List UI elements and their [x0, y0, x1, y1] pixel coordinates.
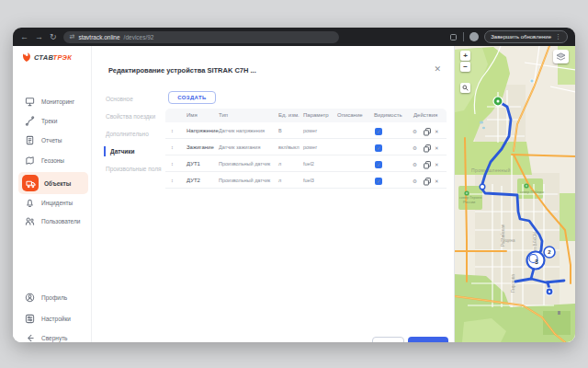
settings-icon — [25, 314, 35, 324]
sidebar-item-tracks[interactable]: Треки — [18, 113, 88, 129]
gear-icon[interactable]: ⚙ — [413, 161, 417, 169]
route-end-marker-dot — [548, 291, 550, 293]
drag-handle-icon[interactable]: ↕ — [171, 128, 174, 133]
map-street-label: Российская — [500, 224, 505, 247]
map-park-pobedy — [517, 178, 543, 199]
save-button[interactable]: СОХРАНИТЬ — [408, 337, 448, 342]
sidebar-item-users[interactable]: Пользователи — [18, 213, 88, 229]
browser-reload-icon[interactable]: ↻ — [50, 33, 57, 41]
sidebar-item-reports[interactable]: Отчеты — [18, 132, 88, 148]
copy-icon[interactable] — [424, 161, 431, 170]
browser-forward-icon[interactable]: → — [35, 33, 43, 41]
tab-sensors[interactable]: Датчики — [104, 146, 134, 156]
kebab-menu-icon[interactable]: ⋮ — [555, 33, 561, 40]
map-canvas[interactable]: Промышленный сквер Победы сквер Героев Р… — [455, 46, 575, 342]
modal-title: Редактирование устройства SITRAK C7H ... — [108, 66, 256, 75]
map-panel[interactable]: Промышленный сквер Победы сквер Героев Р… — [454, 46, 575, 342]
map-search-button[interactable] — [460, 83, 470, 93]
browser-chrome: ← → ↻ ⇄ stavtrack.online/devices/92 Заве… — [13, 28, 575, 46]
app-logo[interactable]: СТАВТРЭК — [21, 52, 72, 63]
visibility-checkbox[interactable]: ✓ — [375, 178, 382, 185]
edit-device-modal: Редактирование устройства SITRAK C7H ...… — [92, 46, 454, 342]
browser-back-icon[interactable]: ← — [20, 33, 28, 41]
gear-icon[interactable]: ⚙ — [413, 178, 417, 186]
browser-window: ← → ↻ ⇄ stavtrack.online/devices/92 Заве… — [13, 28, 575, 342]
tab-custom-fields[interactable]: Произвольные поля — [106, 164, 162, 174]
map-district-label: Промышленный — [471, 167, 511, 173]
sidebar-item-settings[interactable]: Настройки — [18, 311, 88, 327]
chrome-divider — [463, 32, 464, 41]
cancel-button[interactable]: ОТМЕНИТЬ — [372, 337, 404, 342]
drag-handle-icon[interactable]: ↕ — [171, 144, 174, 150]
park-tree-icon-dot — [466, 192, 468, 194]
app-page: СТАВТРЭК Мониторинг Треки Отчеты Геозоны — [13, 46, 575, 342]
delete-icon[interactable]: ✕ — [435, 144, 439, 153]
delete-icon[interactable]: ✕ — [435, 161, 439, 169]
map-zoom-in-button[interactable]: + — [460, 51, 470, 61]
url-path: /devices/92 — [124, 34, 154, 40]
gear-icon[interactable]: ⚙ — [413, 128, 417, 136]
finish-update-button[interactable]: Завершить обновление ⋮ — [484, 30, 568, 43]
sidebar-item-monitoring[interactable]: Мониторинг — [18, 94, 88, 109]
site-info-icon[interactable]: ⇄ — [70, 33, 75, 40]
drag-handle-icon[interactable]: ↕ — [171, 161, 174, 167]
sidebar-item-collapse[interactable]: Свернуть — [18, 330, 88, 342]
tab-additional[interactable]: Дополнительно — [106, 129, 149, 139]
logo-text: СТАВТРЭК — [34, 53, 72, 62]
logo-flame-icon — [21, 52, 32, 63]
sensors-table: Имя Тип Ед. изм. Параметр Описание Видим… — [165, 109, 447, 189]
map-street-label: Пирогова — [511, 274, 515, 293]
reports-icon — [25, 135, 35, 145]
table-header: Имя Тип Ед. изм. Параметр Описание Видим… — [165, 109, 447, 122]
gear-icon[interactable]: ⚙ — [413, 144, 417, 153]
drag-handle-icon[interactable]: ↕ — [171, 178, 174, 183]
search-icon — [462, 85, 469, 91]
sidebar: СТАВТРЭК Мониторинг Треки Отчеты Геозоны — [13, 46, 92, 342]
sidebar-item-incidents[interactable]: Инциденты — [18, 195, 88, 211]
sidebar-item-profile[interactable]: Профиль — [18, 290, 88, 305]
route-start-marker-dot — [497, 100, 500, 103]
copy-icon[interactable] — [424, 128, 431, 137]
copy-icon[interactable] — [424, 178, 431, 187]
tracks-icon — [25, 116, 35, 126]
table-row: ↕ ДУТ1 Произвольный датчик л fuel2 ✓ ⚙ ✕ — [165, 155, 447, 172]
collapse-icon — [25, 333, 35, 342]
incidents-icon — [25, 198, 35, 208]
visibility-checkbox[interactable]: ✓ — [375, 161, 382, 168]
address-bar[interactable]: ⇄ stavtrack.online/devices/92 — [63, 31, 339, 43]
sidebar-item-geozones[interactable]: Геозоны — [18, 153, 88, 168]
transit-stop-icon — [530, 79, 534, 83]
visibility-checkbox[interactable]: ✓ — [375, 144, 382, 152]
map-park-label: России — [463, 200, 475, 204]
table-row: ↕ Напряжение Датчик напряжения В power ✓… — [165, 122, 447, 139]
url-host: stavtrack.online — [78, 34, 119, 40]
users-icon — [25, 216, 35, 226]
delete-icon[interactable]: ✕ — [435, 178, 439, 186]
table-row: ↕ Зажигание Датчик зажигания вкл/выкл po… — [165, 139, 447, 155]
map-pond — [482, 127, 485, 129]
monitor-icon — [25, 97, 35, 107]
objects-icon — [22, 175, 39, 191]
geozones-icon — [25, 155, 35, 166]
cluster-large-count: 3 — [535, 259, 538, 265]
extensions-icon[interactable] — [449, 33, 458, 41]
sidebar-item-objects[interactable]: Объекты — [18, 172, 88, 194]
profile-avatar-icon[interactable] — [469, 32, 479, 41]
monument-icon — [558, 311, 560, 315]
delete-icon[interactable]: ✕ — [435, 128, 439, 136]
map-pond — [480, 121, 483, 123]
layers-icon — [556, 52, 566, 61]
copy-icon[interactable] — [424, 144, 431, 154]
tab-trip-properties[interactable]: Свойства поездки — [106, 111, 155, 121]
park-tree-icon-dot — [526, 185, 527, 187]
map-zoom-out-button[interactable]: − — [460, 62, 470, 72]
map-green-patch — [560, 193, 575, 241]
route-point-marker[interactable] — [480, 184, 485, 190]
map-park-label: сквер Победы — [520, 190, 544, 194]
close-icon[interactable]: ✕ — [434, 64, 441, 74]
create-button[interactable]: СОЗДАТЬ — [168, 91, 216, 104]
table-row: ↕ ДУТ2 Произвольный датчик л fuel3 ✓ ⚙ ✕ — [165, 172, 447, 189]
tab-general[interactable]: Основное — [106, 94, 133, 104]
visibility-checkbox[interactable]: ✓ — [375, 128, 382, 135]
map-layers-button[interactable] — [553, 50, 569, 63]
